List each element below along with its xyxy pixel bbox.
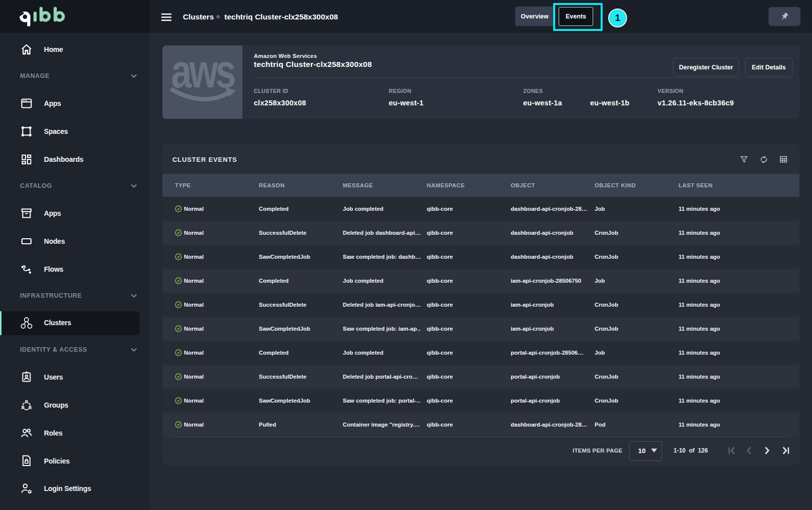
svg-text:aws: aws <box>171 45 235 97</box>
